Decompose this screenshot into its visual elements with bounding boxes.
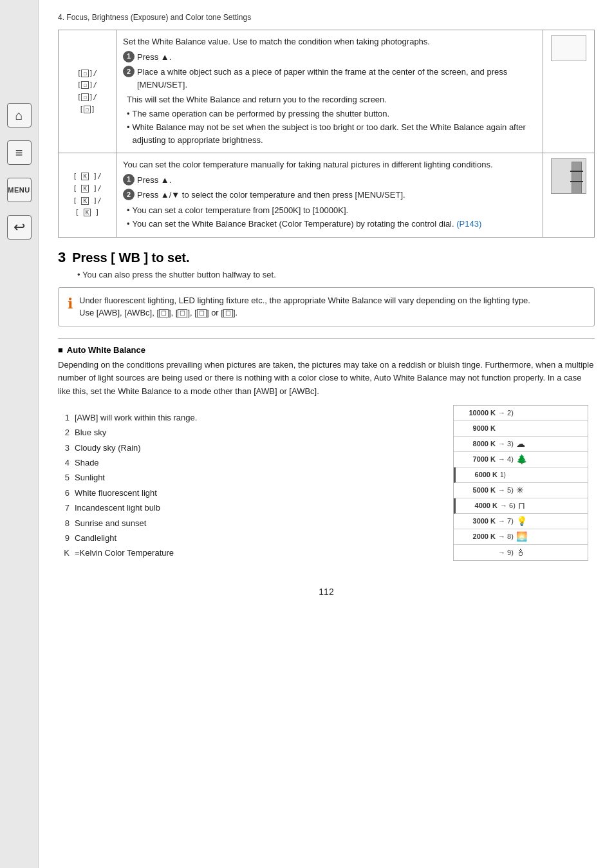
k-step-2: 2 Press ▲/▼ to select the color temperat… xyxy=(123,189,536,202)
wb-custom-thumb xyxy=(543,30,595,153)
note-sub: Use [AWB], [AWBc], [☐], [☐], [☐] or [☐]. xyxy=(79,308,237,317)
wb-icon-3: [☐]/ xyxy=(77,93,97,101)
temp-bar-candle: → 9) 🕯 xyxy=(498,547,585,558)
temp-arrow-5000: → 5) xyxy=(498,486,514,494)
wb-bullet-3: •White Balance may not be set when the s… xyxy=(127,121,536,146)
list-item-4: 4 Shade xyxy=(58,455,440,470)
list-text-2: Blue sky xyxy=(75,425,106,440)
color-temp-intro-text: You can set the color temperature manual… xyxy=(123,158,536,171)
temp-row-4000: 4000 K → 6) ⊓ xyxy=(454,498,588,514)
temp-bar-5000: → 5) ✳ xyxy=(498,485,585,495)
k-bullet-2: •You can set the White Balance Bracket (… xyxy=(127,218,536,231)
list-item-k: K =Kelvin Color Temperature xyxy=(58,545,440,560)
temp-label-4000: 4000 K xyxy=(458,502,500,509)
temp-bar-10000: → 2) xyxy=(498,409,585,417)
fluoro-icon: ⊓ xyxy=(518,500,525,511)
list-item-7: 7 Incandescent light bulb xyxy=(58,500,440,515)
temp-label-8000: 8000 K xyxy=(456,440,498,448)
temp-row-9000: 9000 K xyxy=(454,421,588,437)
page-number: 112 xyxy=(58,587,595,597)
step3-sub: • You can also press the shutter button … xyxy=(77,270,595,279)
color-temp-intro: You can set the color temperature manual… xyxy=(123,158,536,231)
temp-label-7000: 7000 K xyxy=(456,455,498,463)
wb-icon-4: [☐] xyxy=(79,105,95,113)
section-divider xyxy=(58,338,595,339)
temp-arrow-2000: → 8) xyxy=(498,533,514,540)
temp-bar-6000: 1) xyxy=(500,471,585,478)
auto-wb-heading: Auto White Balance xyxy=(58,345,595,355)
list-num-4: 4 xyxy=(58,455,70,470)
list-col: 1 [AWB] will work within this range. 2 B… xyxy=(58,405,440,567)
tree-icon: 🌲 xyxy=(516,454,527,464)
k-icons-cell: [ K ]/ [ K ]/ [ K ]/ [ K ] xyxy=(59,153,116,238)
note-text: Under fluorescent lighting, LED lighting… xyxy=(79,296,530,305)
list-num-7: 7 xyxy=(58,500,70,515)
sun-icon: ✳ xyxy=(516,485,524,495)
k-icon-4: [ K ] xyxy=(75,208,100,216)
k-thumb xyxy=(543,153,595,238)
k-step-num-2: 2 xyxy=(123,189,135,200)
auto-wb-body: Depending on the conditions prevailing w… xyxy=(58,359,595,399)
temp-arrow-7000: → 4) xyxy=(498,455,514,463)
list-text-5: Sunlight xyxy=(75,470,105,485)
home-icon[interactable]: ⌂ xyxy=(7,103,32,127)
k-step-2-text: Press ▲/▼ to select the color temperatur… xyxy=(137,189,536,202)
list-item-8: 8 Sunrise and sunset xyxy=(58,516,440,531)
chart-col: 10000 K → 2) 9000 K 8000 K → 3) ☁ xyxy=(453,405,595,561)
list-num-9: 9 xyxy=(58,531,70,545)
list-num-2: 2 xyxy=(58,425,70,440)
temp-label-10000: 10000 K xyxy=(456,409,498,417)
temp-row-10000: 10000 K → 2) xyxy=(454,406,588,421)
sunrise-icon: 🌅 xyxy=(516,531,527,542)
k-step-num-1: 1 xyxy=(123,174,135,185)
list-item-5: 5 Sunlight xyxy=(58,470,440,485)
list-text-8: Sunrise and sunset xyxy=(75,516,146,531)
list-text-3: Cloudy sky (Rain) xyxy=(75,440,141,455)
document-icon[interactable]: ≡ xyxy=(7,140,32,165)
bulb-icon: 💡 xyxy=(516,516,527,526)
temp-arrow-8000: → 3) xyxy=(498,440,514,448)
note-icon: ℹ xyxy=(68,293,73,314)
temp-bar-3000: → 7) 💡 xyxy=(498,516,585,526)
menu-icon[interactable]: MENU xyxy=(7,178,32,202)
temp-row-2000: 2000 K → 8) 🌅 xyxy=(454,529,588,545)
thumb-box-2 xyxy=(551,158,586,194)
temp-label-3000: 3000 K xyxy=(456,517,498,525)
back-icon[interactable]: ↩ xyxy=(7,215,32,240)
list-item-2: 2 Blue sky xyxy=(58,425,440,440)
step-num-2: 2 xyxy=(123,66,135,77)
list-num-k: K xyxy=(58,545,70,560)
list-num-5: 5 xyxy=(58,470,70,485)
note-box: ℹ Under fluorescent lighting, LED lighti… xyxy=(58,287,595,326)
step3-heading: 3 Press [ WB ] to set. xyxy=(58,249,595,266)
k-icon-3: [ K ]/ xyxy=(73,196,102,205)
cloud-icon: ☁ xyxy=(516,439,525,449)
temp-row-5000: 5000 K → 5) ✳ xyxy=(454,483,588,498)
num-list: 1 [AWB] will work within this range. 2 B… xyxy=(58,410,440,561)
step-num-1: 1 xyxy=(123,51,135,62)
k-icon-group: [ K ]/ [ K ]/ [ K ]/ [ K ] xyxy=(65,171,109,219)
list-item-6: 6 White fluorescent light xyxy=(58,486,440,500)
note-content: Under fluorescent lighting, LED lighting… xyxy=(79,294,530,319)
wb-step-1-text: Press ▲. xyxy=(137,51,536,64)
wb-bullet-2: •The same operation can be performed by … xyxy=(127,108,536,120)
candle-icon: 🕯 xyxy=(516,547,525,558)
list-num-3: 3 xyxy=(58,440,70,455)
table-row-wb-custom: [☐]/ [☐]/ [☐]/ [☐] Set the White Balance… xyxy=(59,30,595,153)
list-num-1: 1 xyxy=(58,410,70,425)
temp-note-1: 1) xyxy=(500,471,506,478)
temp-arrow-candle: → 9) xyxy=(498,549,514,556)
wb-step-1: 1 Press ▲. xyxy=(123,51,536,64)
wb-bullet-1: This will set the White Balance and retu… xyxy=(127,93,536,106)
temp-row-6000: 6000 K 1) xyxy=(454,467,588,483)
list-text-7: Incandescent light bulb xyxy=(75,500,160,515)
temp-chart: 10000 K → 2) 9000 K 8000 K → 3) ☁ xyxy=(453,405,588,561)
wb-icon-2: [☐]/ xyxy=(77,80,97,89)
temp-arrow-4000: → 6) xyxy=(500,502,516,509)
sidebar: ⌂ ≡ MENU ↩ xyxy=(0,0,39,868)
color-temp-desc: You can set the color temperature manual… xyxy=(116,153,543,238)
step3-text: Press [ WB ] to set. xyxy=(72,250,189,265)
temp-label-5000: 5000 K xyxy=(456,486,498,494)
list-item-9: 9 Candlelight xyxy=(58,531,440,545)
temp-bar-7000: → 4) 🌲 xyxy=(498,454,585,464)
